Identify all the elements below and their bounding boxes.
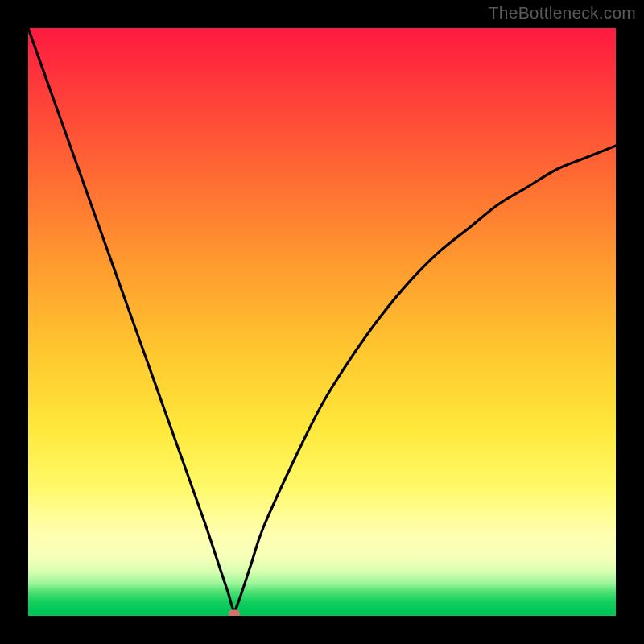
optimum-marker [229, 610, 240, 617]
chart-frame: TheBottleneck.com [0, 0, 644, 644]
plot-area [28, 28, 616, 616]
watermark-text: TheBottleneck.com [489, 3, 636, 23]
bottleneck-curve [28, 28, 616, 616]
